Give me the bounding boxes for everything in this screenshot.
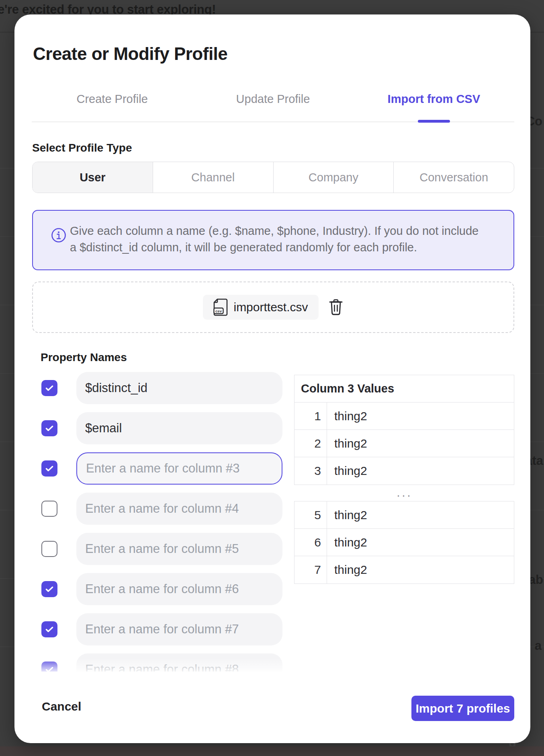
property-name-input-5[interactable] <box>85 542 278 556</box>
column-values-table: Column 3 Values 1 thing2 2 thing2 3 thin… <box>294 375 514 485</box>
property-checkbox-5[interactable] <box>41 541 57 557</box>
property-row <box>41 372 282 404</box>
svg-text:csv: csv <box>216 309 223 313</box>
property-row <box>41 493 282 525</box>
property-checkbox-2[interactable] <box>41 420 57 436</box>
property-name-input-4[interactable] <box>85 501 278 516</box>
profile-type-channel[interactable]: Channel <box>153 162 273 193</box>
table-row: 6 thing2 <box>294 529 514 556</box>
property-checkbox-7[interactable] <box>41 621 57 637</box>
active-tab-underline <box>418 120 450 123</box>
property-row <box>41 613 282 645</box>
csv-dropzone[interactable]: csv importtest.csv <box>32 281 514 333</box>
modal-tabs: Create Profile Update Profile Import fro… <box>32 91 514 107</box>
backdrop-band <box>0 746 544 756</box>
table-row: 7 thing2 <box>294 556 514 583</box>
checkmark-icon <box>44 664 55 672</box>
tab-import-from-csv[interactable]: Import from CSV <box>354 91 514 107</box>
property-checkbox-3[interactable] <box>41 460 57 477</box>
property-row <box>41 452 282 485</box>
table-row: 1 thing2 <box>294 403 514 430</box>
csv-file-icon: csv <box>213 298 228 316</box>
backdrop-text-fragment: a <box>535 639 542 653</box>
table-row: 2 thing2 <box>294 430 514 457</box>
property-checkbox-8[interactable] <box>41 662 57 672</box>
trash-icon[interactable] <box>328 298 344 316</box>
property-row <box>41 653 282 672</box>
checkmark-icon <box>44 463 55 474</box>
property-name-input-3[interactable] <box>86 461 278 476</box>
tab-update-profile[interactable]: Update Profile <box>192 91 353 107</box>
select-profile-type-label: Select Profile Type <box>32 140 132 156</box>
property-name-input-7[interactable] <box>85 622 278 637</box>
uploaded-file-name: importtest.csv <box>233 300 308 314</box>
import-profiles-button[interactable]: Import 7 profiles <box>411 696 514 721</box>
property-name-input-1[interactable] <box>85 381 278 395</box>
property-row <box>41 412 282 444</box>
checkmark-icon <box>44 624 55 635</box>
property-names-list <box>41 372 282 672</box>
property-checkbox-4[interactable] <box>41 501 57 517</box>
profile-type-conversation[interactable]: Conversation <box>393 162 514 193</box>
property-name-input-8[interactable] <box>85 662 278 672</box>
property-row <box>41 533 282 565</box>
table-row: 3 thing2 <box>294 457 514 485</box>
table-row: 5 thing2 <box>294 501 514 529</box>
checkmark-icon <box>44 383 55 393</box>
info-banner-text: Give each column a name (e.g. $name, $ph… <box>70 223 488 256</box>
tab-create-profile[interactable]: Create Profile <box>32 91 192 107</box>
profile-type-segmented-control: User Channel Company Conversation <box>32 162 514 193</box>
profile-type-user[interactable]: User <box>33 162 153 193</box>
property-checkbox-6[interactable] <box>41 581 57 597</box>
property-name-input-2[interactable] <box>85 421 278 436</box>
property-checkbox-1[interactable] <box>41 380 57 396</box>
cancel-button[interactable]: Cancel <box>42 698 81 715</box>
property-names-label: Property Names <box>41 349 127 366</box>
profile-type-company[interactable]: Company <box>273 162 394 193</box>
property-name-input-6[interactable] <box>85 582 278 596</box>
modal-title: Create or Modify Profile <box>33 43 227 65</box>
table-ellipsis: ··· <box>294 487 514 503</box>
info-banner: Give each column a name (e.g. $name, $ph… <box>32 210 514 270</box>
checkmark-icon <box>44 423 55 433</box>
column-values-header: Column 3 Values <box>294 375 514 403</box>
uploaded-file-chip: csv importtest.csv <box>203 295 318 320</box>
info-icon <box>51 228 66 243</box>
create-or-modify-profile-modal: Create or Modify Profile Create Profile … <box>14 14 530 743</box>
property-row <box>41 573 282 605</box>
column-values-table-continued: 5 thing2 6 thing2 7 thing2 <box>294 501 514 584</box>
checkmark-icon <box>44 584 55 594</box>
